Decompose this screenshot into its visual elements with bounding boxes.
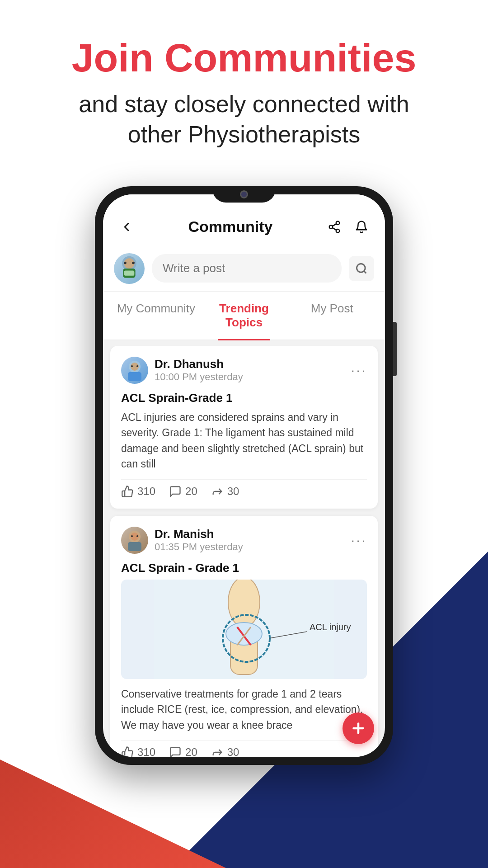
more-options-1[interactable]: ···	[351, 363, 367, 377]
user-avatar	[114, 253, 145, 284]
write-post-input[interactable]	[152, 254, 342, 283]
post-text-1: ACL injuries are considered sprains and …	[121, 410, 367, 472]
svg-rect-15	[128, 372, 141, 381]
svg-point-9	[124, 262, 127, 264]
subtitle-line2: other Physiotherapists	[128, 121, 361, 147]
post-time-1: 10:00 PM yesterday	[155, 371, 243, 383]
like-count-2: 310	[137, 746, 155, 757]
search-button[interactable]	[349, 256, 374, 281]
like-count-1: 310	[137, 485, 155, 498]
author-name-1: Dr. Dhanush	[155, 357, 243, 371]
post-title-2: ACL Sprain - Grade 1	[121, 561, 367, 575]
phone-screen: Community	[103, 194, 385, 757]
topbar-icons	[324, 217, 371, 237]
author-avatar-manish	[121, 527, 148, 554]
tabs-row: My Community Trending Topics My Post	[103, 292, 385, 340]
svg-line-12	[364, 271, 366, 273]
subtitle-line1: and stay closely connected with	[79, 91, 409, 117]
app-screen: Community	[103, 194, 385, 757]
share-count-1: 30	[227, 485, 239, 498]
tab-my-community[interactable]: My Community	[112, 292, 200, 340]
svg-rect-8	[124, 271, 135, 276]
share-button[interactable]	[324, 217, 344, 237]
post-card-2: Dr. Manish 01:35 PM yesterday ··· ACL Sp…	[110, 516, 378, 757]
phone-mockup: Community	[95, 186, 393, 765]
comment-count-2: 20	[185, 746, 197, 757]
svg-point-11	[357, 264, 366, 272]
write-post-bar	[103, 246, 385, 292]
tab-trending-topics[interactable]: Trending Topics	[200, 292, 288, 340]
author-name-2: Dr. Manish	[155, 527, 243, 541]
post-header-2: Dr. Manish 01:35 PM yesterday ···	[121, 527, 367, 554]
like-button-2[interactable]: 310	[121, 746, 155, 757]
share-button-2[interactable]: 30	[211, 746, 239, 757]
post-header-1: Dr. Dhanush 10:00 PM yesterday ···	[121, 357, 367, 384]
back-button[interactable]	[117, 217, 136, 237]
author-details-1: Dr. Dhanush 10:00 PM yesterday	[155, 357, 243, 383]
camera-dot	[240, 190, 248, 198]
svg-rect-20	[128, 542, 141, 551]
page-content: Join Communities and stay closely connec…	[0, 0, 488, 868]
post-image-2: ACL injury	[121, 580, 367, 679]
more-options-2[interactable]: ···	[351, 533, 367, 547]
app-title: Community	[188, 218, 273, 236]
svg-point-17	[136, 365, 138, 367]
svg-point-26	[226, 623, 262, 645]
phone-notch	[212, 186, 276, 203]
post-time-2: 01:35 PM yesterday	[155, 541, 243, 553]
svg-line-4	[333, 224, 337, 226]
author-info-1: Dr. Dhanush 10:00 PM yesterday	[121, 357, 243, 384]
author-info-2: Dr. Manish 01:35 PM yesterday	[121, 527, 243, 554]
share-button-1[interactable]: 30	[211, 485, 239, 498]
comment-count-1: 20	[185, 485, 197, 498]
sub-title: and stay closely connected with other Ph…	[72, 89, 417, 150]
header-section: Join Communities and stay closely connec…	[45, 0, 444, 168]
comment-button-2[interactable]: 20	[169, 746, 197, 757]
svg-line-3	[333, 228, 337, 230]
svg-point-10	[132, 262, 135, 264]
post-actions-1: 310 20	[121, 479, 367, 498]
post-text-2: Conservative treatments for grade 1 and …	[121, 686, 367, 733]
share-count-2: 30	[227, 746, 239, 757]
like-button-1[interactable]: 310	[121, 485, 155, 498]
post-card-1: Dr. Dhanush 10:00 PM yesterday ··· ACL S…	[110, 346, 378, 509]
main-title: Join Communities	[72, 36, 417, 80]
svg-point-16	[131, 365, 133, 367]
svg-text:ACL injury: ACL injury	[310, 622, 351, 632]
author-avatar-dhanush	[121, 357, 148, 384]
svg-point-22	[136, 535, 138, 537]
tab-my-post[interactable]: My Post	[288, 292, 376, 340]
fab-create-post[interactable]	[343, 712, 374, 744]
phone-outer: Community	[95, 186, 393, 765]
power-button	[393, 322, 397, 376]
posts-container: Dr. Dhanush 10:00 PM yesterday ··· ACL S…	[103, 346, 385, 757]
post-title-1: ACL Sprain-Grade 1	[121, 391, 367, 405]
post-actions-2: 310 20	[121, 740, 367, 757]
svg-point-21	[131, 535, 133, 537]
notification-bell-button[interactable]	[352, 217, 371, 237]
comment-button-1[interactable]: 20	[169, 485, 197, 498]
author-details-2: Dr. Manish 01:35 PM yesterday	[155, 527, 243, 553]
